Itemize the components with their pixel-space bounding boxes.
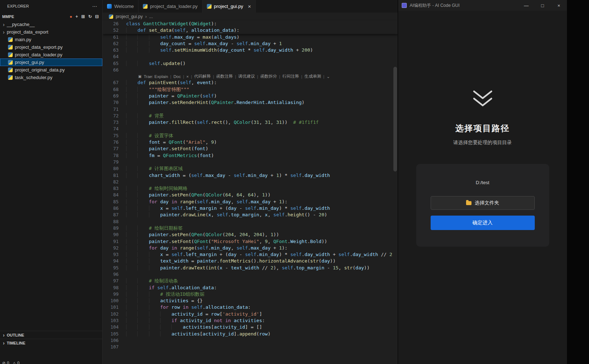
code-content[interactable]: 61 self.max_day = max(all_days)62 day_co… <box>103 34 398 351</box>
assistant-body: 选择项目路径 请选择您要处理的项目目录 D:/test 选择文件夹 确定进入 <box>398 11 567 247</box>
code-line: 62 day_count = self.max_day - self.min_d… <box>103 40 398 47</box>
refresh-explorer-icon[interactable]: ↻ <box>88 14 92 19</box>
ai-code-lens: ▣Trae: Explain|Doc|×|代码解释|函数注释|调优建议|函数拆分… <box>103 73 398 79</box>
breadcrumb-file[interactable]: project_gui.py <box>116 14 143 19</box>
project-section-header[interactable]: MMPE ●+⊞↻⊟ <box>0 12 102 21</box>
line-number: 90 <box>103 231 126 238</box>
editor-area: Welcomeproject_data_loader.pyproject_gui… <box>103 0 398 364</box>
python-file-icon <box>8 52 13 57</box>
tree-item-project_data_loader.py[interactable]: project_data_loader.py <box>0 51 102 58</box>
tree-item-label: project_data_export <box>7 29 48 35</box>
lens-more-button[interactable]: ⌄ <box>326 74 330 79</box>
tab-label: project_data_loader.py <box>150 4 198 9</box>
lens-action[interactable]: 函数拆分 <box>260 74 277 79</box>
code-line: 86 x = self.left_margin + (day - self.mi… <box>103 205 398 212</box>
lens-separator: | <box>301 74 302 79</box>
sticky-line: 26class GanttChartWidget(QWidget): <box>103 21 398 27</box>
confirm-enter-button[interactable]: 确定进入 <box>431 216 535 230</box>
line-number: 106 <box>103 337 126 344</box>
collapse-folders-icon[interactable]: ⊟ <box>95 14 99 19</box>
section-timeline[interactable]: ›TIMELINE <box>0 339 102 347</box>
code-line: 96 <box>103 271 398 278</box>
code-line: 92 for day in range(self.min_day, self.m… <box>103 245 398 251</box>
code-line: 61 self.max_day = max(all_days) <box>103 34 398 40</box>
tab-Welcome[interactable]: Welcome <box>103 0 138 13</box>
sidebar-bottom-sections: ›OUTLINE›TIMELINE <box>0 331 102 347</box>
page-title: 选择项目路径 <box>456 123 510 134</box>
close-button[interactable]: × <box>551 0 567 11</box>
line-number: 92 <box>103 245 126 251</box>
line-number: 94 <box>103 258 126 264</box>
line-number: 65 <box>103 60 126 67</box>
new-folder-icon[interactable]: ⊞ <box>81 14 85 19</box>
lens-action[interactable]: 行间注释 <box>282 74 299 79</box>
new-file-icon[interactable]: + <box>76 14 78 19</box>
tree-item-project_gui.py[interactable]: project_gui.py <box>0 58 102 66</box>
tree-item-label: project_data_export.py <box>15 44 63 50</box>
explorer-header: EXPLORER ⋯ <box>0 0 102 12</box>
python-file-icon <box>8 37 13 42</box>
status-bar[interactable]: ⊘ 0 △ 0 <box>2 360 20 364</box>
error-icon: ⊘ <box>2 360 5 364</box>
line-number: 95 <box>103 265 126 271</box>
tab-project_data_loader.py[interactable]: project_data_loader.py <box>138 0 202 13</box>
errors-indicator[interactable]: ⊘ 0 <box>2 360 9 364</box>
tree-item-task_scheduler.py[interactable]: task_scheduler.py <box>0 74 102 81</box>
explorer-action-icons: ●+⊞↻⊟ <box>70 14 99 19</box>
tab-close-icon[interactable]: × <box>248 4 251 9</box>
line-number: 81 <box>103 172 126 179</box>
chevron-right-icon: › <box>3 22 5 27</box>
tree-item-label: __pycache__ <box>7 22 35 27</box>
line-number: 62 <box>103 40 126 47</box>
code-line: 87 painter.drawLine(x, self.top_margin, … <box>103 212 398 218</box>
tab-project_gui.py[interactable]: project_gui.py× <box>202 0 256 13</box>
ai-chat-badge-icon[interactable]: ● <box>70 14 72 19</box>
error-count: 0 <box>7 360 9 364</box>
line-number: 52 <box>103 27 126 34</box>
minimize-button[interactable]: — <box>518 0 534 11</box>
lens-action[interactable]: Trae: Explain <box>144 74 168 79</box>
warnings-indicator[interactable]: △ 0 <box>13 360 20 364</box>
code-line: 64 <box>103 53 398 60</box>
choose-folder-button[interactable]: 选择文件夹 <box>431 196 535 210</box>
line-number: 101 <box>103 304 126 311</box>
line-number: 91 <box>103 238 126 245</box>
breadcrumb[interactable]: project_gui.py › ... <box>103 13 398 21</box>
explorer-more-actions-button[interactable]: ⋯ <box>92 3 97 9</box>
code-line: 79 <box>103 159 398 165</box>
tab-label: Welcome <box>114 4 134 9</box>
lens-action[interactable]: Doc <box>174 74 181 79</box>
section-outline[interactable]: ›OUTLINE <box>0 331 102 339</box>
lens-action[interactable]: 生成单测 <box>304 74 321 79</box>
assistant-title-bar: AI编程助手 - AI Code GUI — □ × <box>398 0 567 11</box>
breadcrumb-more[interactable]: ... <box>149 14 153 19</box>
lens-separator: | <box>279 74 280 79</box>
code-line: 75 # 设置字体 <box>103 133 398 139</box>
tree-item-project_original_data.py[interactable]: project_original_data.py <box>0 66 102 74</box>
lens-action[interactable]: 代码解释 <box>194 74 211 79</box>
code-line: 71 <box>103 106 398 113</box>
code-line: 77 painter.setFont(font) <box>103 146 398 152</box>
desktop-background <box>567 0 589 364</box>
file-tree: ›__pycache__›project_data_exportmain.pyp… <box>0 21 102 81</box>
lens-action[interactable]: × <box>186 74 189 79</box>
editor-scrollbar-thumb[interactable] <box>393 67 397 172</box>
sticky-scroll[interactable]: 26class GanttChartWidget(QWidget):52 def… <box>103 21 398 34</box>
code-line: 73 painter.fillRect(self.rect(), QColor(… <box>103 119 398 126</box>
lens-separator: | <box>323 74 324 79</box>
line-number: 85 <box>103 199 126 205</box>
tree-item-project_data_export[interactable]: ›project_data_export <box>0 28 102 36</box>
welcome-tab-icon <box>107 4 112 9</box>
line-number: 70 <box>103 99 126 106</box>
chevron-right-icon: › <box>3 333 5 338</box>
code-line: 102 activity_id = row['activity_id'] <box>103 311 398 317</box>
explorer-title: EXPLORER <box>7 4 29 8</box>
lens-action[interactable]: 调优建议 <box>238 74 255 79</box>
tree-item-main.py[interactable]: main.py <box>0 36 102 43</box>
maximize-button[interactable]: □ <box>534 0 551 11</box>
line-number: 73 <box>103 119 126 126</box>
tree-item-project_data_export.py[interactable]: project_data_export.py <box>0 43 102 51</box>
code-line: 76 font = QFont("Arial", 9) <box>103 139 398 146</box>
tree-item-__pycache__[interactable]: ›__pycache__ <box>0 21 102 28</box>
lens-action[interactable]: 函数注释 <box>216 74 233 79</box>
